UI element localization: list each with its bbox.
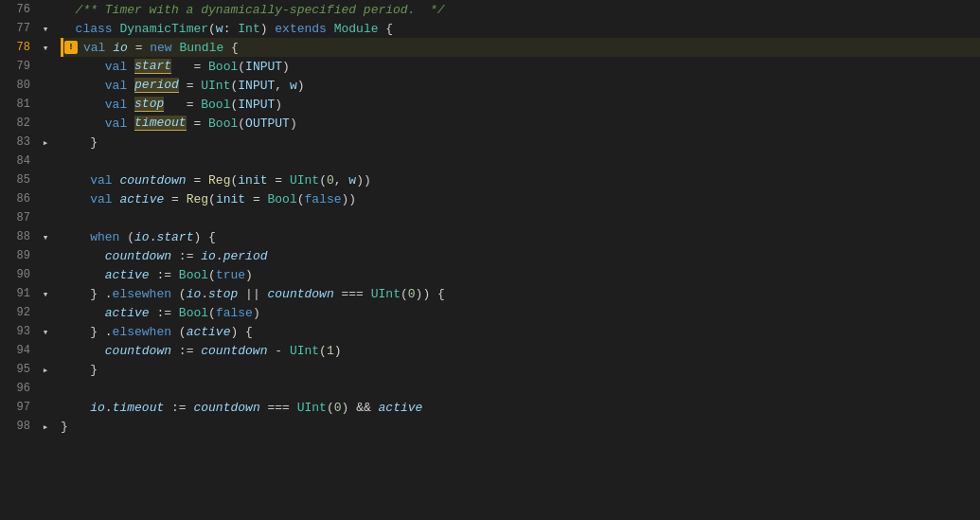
breakpoint-badge: !	[64, 41, 80, 54]
gutter-row-94: 94	[0, 341, 57, 360]
code-line-91: } . elsewhen ( io . stop || countdown ==…	[61, 284, 980, 303]
code-line-80: val period = UInt ( INPUT , w )	[61, 76, 980, 95]
gutter-row-93: 93 ▾	[0, 322, 57, 341]
code-line-81: val stop = Bool ( INPUT )	[61, 95, 980, 114]
code-editor: 76 77 ▾ 78 ▾ 79 80	[0, 0, 980, 520]
comment-76: /** Timer with a dynamically-specified p…	[61, 3, 445, 17]
code-line-94: countdown := countdown - UInt ( 1 )	[61, 341, 980, 360]
fold-80	[38, 80, 53, 91]
fold-79	[38, 61, 53, 72]
line-num-76: 76	[0, 3, 38, 16]
fold-82	[38, 117, 53, 129]
gutter-row-90: 90	[0, 265, 57, 284]
line-num-78: 78	[0, 41, 38, 54]
line-num-77: 77	[0, 22, 38, 35]
gutter-row-88: 88 ▾	[0, 227, 57, 246]
line-num-85: 85	[0, 173, 38, 187]
code-content[interactable]: /** Timer with a dynamically-specified p…	[57, 0, 980, 520]
gutter-row-96: 96	[0, 379, 57, 398]
fold-96	[38, 383, 53, 394]
fold-78[interactable]: ▾	[38, 42, 53, 54]
highlight-stop: stop	[134, 97, 164, 112]
code-line-84	[61, 152, 980, 170]
gutter-row-78: 78 ▾	[0, 38, 57, 57]
code-line-76: /** Timer with a dynamically-specified p…	[61, 0, 980, 19]
fold-77[interactable]: ▾	[38, 23, 53, 35]
line-num-84: 84	[0, 154, 38, 168]
line-num-92: 92	[0, 306, 38, 319]
line-num-83: 83	[0, 135, 38, 149]
gutter-row-89: 89	[0, 246, 57, 265]
code-area: 76 77 ▾ 78 ▾ 79 80	[0, 0, 980, 520]
fold-84	[38, 155, 53, 167]
badge-icon: !	[64, 41, 78, 54]
fold-97	[38, 402, 53, 413]
gutter-row-92: 92	[0, 303, 57, 322]
gutter-row-77: 77 ▾	[0, 19, 57, 38]
line-num-89: 89	[0, 249, 38, 262]
code-line-87	[61, 208, 980, 227]
gutter-row-91: 91 ▾	[0, 284, 57, 303]
line-num-82: 82	[0, 117, 38, 130]
code-line-92: active := Bool ( false )	[61, 303, 980, 322]
gutter-row-80: 80	[0, 76, 57, 95]
fold-92	[38, 307, 53, 318]
gutter-row-83: 83 ▸	[0, 133, 57, 152]
fold-88[interactable]: ▾	[38, 231, 53, 243]
code-line-77: class DynamicTimer ( w : Int ) extends M…	[61, 19, 980, 38]
keyword-class: class	[76, 22, 120, 36]
line-num-88: 88	[0, 230, 38, 243]
code-line-83: }	[61, 133, 980, 152]
line-num-97: 97	[0, 401, 38, 414]
code-line-88: when ( io . start ) {	[61, 227, 980, 246]
line-num-81: 81	[0, 98, 38, 111]
fold-86	[38, 193, 53, 205]
code-line-85: val countdown = Reg ( init = UInt ( 0 , …	[61, 170, 980, 189]
line-num-98: 98	[0, 420, 38, 433]
fold-95[interactable]: ▸	[38, 364, 53, 376]
gutter-row-81: 81	[0, 95, 57, 114]
line-num-93: 93	[0, 325, 38, 338]
line-num-95: 95	[0, 363, 38, 376]
line-num-96: 96	[0, 382, 38, 395]
gutter-row-97: 97	[0, 398, 57, 417]
fold-87	[38, 212, 53, 224]
fold-91[interactable]: ▾	[38, 288, 53, 300]
highlight-start: start	[134, 59, 171, 74]
code-line-86: val active = Reg ( init = Bool ( false )…	[61, 189, 980, 208]
fold-94	[38, 345, 53, 356]
code-line-82: val timeout = Bool ( OUTPUT )	[61, 114, 980, 133]
class-name: DynamicTimer	[119, 22, 208, 36]
fold-98[interactable]: ▸	[38, 421, 53, 433]
gutter-row-95: 95 ▸	[0, 360, 57, 379]
fold-85	[38, 174, 53, 186]
line-num-91: 91	[0, 287, 38, 300]
gutter-row-86: 86	[0, 189, 57, 208]
line-num-87: 87	[0, 211, 38, 224]
code-line-79: val start = Bool ( INPUT )	[61, 57, 980, 76]
code-line-90: active := Bool ( true )	[61, 265, 980, 284]
gutter-row-87: 87	[0, 208, 57, 227]
code-line-93: } . elsewhen ( active ) {	[61, 322, 980, 341]
line-gutter: 76 77 ▾ 78 ▾ 79 80	[0, 0, 57, 520]
line-num-80: 80	[0, 79, 38, 92]
highlight-period: period	[134, 78, 179, 93]
code-line-98: }	[61, 417, 980, 436]
fold-90	[38, 269, 53, 280]
line-num-94: 94	[0, 344, 38, 357]
fold-76	[38, 4, 53, 15]
code-line-96	[61, 379, 980, 398]
gutter-row-79: 79	[0, 57, 57, 76]
gutter-row-98: 98 ▸	[0, 417, 57, 436]
line-num-79: 79	[0, 60, 38, 73]
code-line-89: countdown := io . period	[61, 246, 980, 265]
gutter-row-85: 85	[0, 170, 57, 189]
fold-93[interactable]: ▾	[38, 326, 53, 338]
code-line-78: ! val io = new Bundle {	[61, 38, 980, 57]
fold-83[interactable]: ▸	[38, 136, 53, 149]
gutter-row-76: 76	[0, 0, 57, 19]
gutter-row-82: 82	[0, 114, 57, 133]
code-line-97: io . timeout := countdown === UInt ( 0 )…	[61, 398, 980, 417]
fold-81	[38, 99, 53, 110]
fold-89	[38, 250, 53, 261]
